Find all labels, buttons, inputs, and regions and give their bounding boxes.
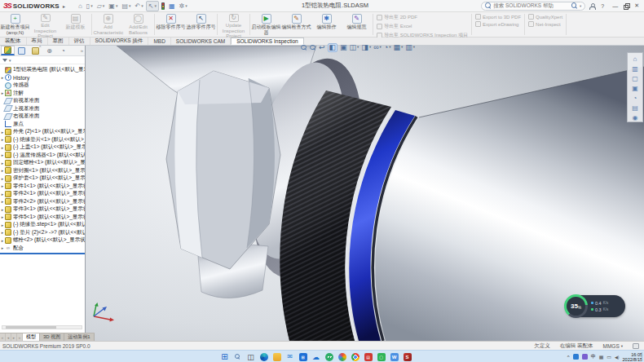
dropdown-icon[interactable]: ▾ xyxy=(389,46,390,50)
tree-item[interactable]: 上视基准面 xyxy=(0,105,85,113)
dropdown-icon[interactable]: ▾ xyxy=(401,46,403,50)
tree-item[interactable]: ▸History xyxy=(0,74,85,82)
restore-button[interactable] xyxy=(624,3,629,8)
tab-草图[interactable]: 草图 xyxy=(48,38,69,45)
edit-specifications-button[interactable]: ✎编辑规范 xyxy=(342,12,372,37)
search-taskbar-icon[interactable] xyxy=(233,352,242,361)
solidworks-forum-button[interactable]: ◉ xyxy=(629,113,641,121)
model-tab-3D 视图[interactable]: 3D 视图 xyxy=(40,333,64,341)
tree-item[interactable]: ▸螺栓<2> (默认<<默认>_显示状态 xyxy=(0,236,85,245)
onedrive-tray-icon[interactable] xyxy=(573,354,579,360)
tree-item[interactable]: ▸(-) 垫片 (2)<2> ->? (默认<<默认 xyxy=(0,229,85,237)
tab-scroll-icon-2[interactable]: ▸ xyxy=(11,333,17,341)
tab-scroll-icon-0[interactable]: « xyxy=(0,333,6,341)
dropdown-icon[interactable]: ▾ xyxy=(357,46,359,50)
dynamic-annotation-views-button[interactable]: ▣ xyxy=(340,44,347,51)
tree-item[interactable]: ▸外壳 (2)<1> (默认<<默认>_显示状 xyxy=(0,128,85,136)
scrollbar-thumb[interactable] xyxy=(6,326,56,329)
task-view-taskbar-icon[interactable]: ◫ xyxy=(246,352,255,361)
file-explorer-taskbar-icon[interactable] xyxy=(272,352,281,361)
mail-taskbar-icon[interactable]: ✉ xyxy=(285,352,294,361)
export-item[interactable]: Net-Inspect xyxy=(528,21,562,27)
rebuild-stoplight-icon[interactable] xyxy=(160,1,166,11)
tree-item[interactable]: ▸密封圈<1> (默认<<默认>_显示状 xyxy=(0,167,85,175)
tree-filter[interactable]: ▾ xyxy=(0,56,85,64)
graphics-viewport[interactable]: 35% 0.4K/s 0.3K/s xyxy=(86,46,644,341)
filter-dropdown-icon[interactable]: ▾ xyxy=(9,58,11,63)
edge-taskbar-icon[interactable] xyxy=(259,352,268,361)
chrome-taskbar-icon[interactable] xyxy=(351,352,359,361)
tag-icon[interactable] xyxy=(633,343,639,349)
appearances-scenes-button[interactable]: ◔ xyxy=(629,94,641,102)
tree-item[interactable]: 原点 xyxy=(0,121,85,129)
tree-item[interactable]: ▸A注解 xyxy=(0,90,85,98)
onedrive-taskbar-icon[interactable]: ☁ xyxy=(311,352,320,361)
tab-SOLIDWORKS Inspection[interactable]: SOLIDWORKS Inspection xyxy=(231,38,304,45)
save-icon[interactable]: ▣▾ xyxy=(107,1,119,11)
view-palette-button[interactable]: ▣ xyxy=(629,84,641,92)
launch-template-editor-button[interactable]: ▶启动模板编辑器 xyxy=(251,12,281,37)
tab-布局[interactable]: 布局 xyxy=(27,38,48,45)
model-tab-运动算例1[interactable]: 运动算例1 xyxy=(64,333,94,341)
open-document-icon[interactable]: ▱▾ xyxy=(95,1,107,11)
tree-item[interactable]: 1型铠装热电阻 (默认<默认_显示状态-1 xyxy=(0,66,85,74)
dropdown-icon[interactable]: ▾ xyxy=(413,46,415,50)
dropdown-icon[interactable]: ▾ xyxy=(369,46,371,50)
store-taskbar-icon[interactable]: ⊞ xyxy=(298,352,307,361)
wps-taskbar-icon[interactable]: W xyxy=(390,352,399,361)
solidworks-logo[interactable]: ЗS SOLIDWORKS ▸ xyxy=(0,2,68,10)
minimize-button[interactable]: — xyxy=(610,3,620,9)
tab-SOLIDWORKS CAM[interactable]: SOLIDWORKS CAM xyxy=(171,38,231,45)
tree-item[interactable]: ▸(-) 绝缘垫片<1> (默认<<默认>_显 xyxy=(0,136,85,144)
new-template-button[interactable]: ▤新建模板 xyxy=(60,12,90,37)
export-item[interactable]: Export to 3D PDF xyxy=(475,14,521,20)
tab-SOLIDWORKS 插件[interactable]: SOLIDWORKS 插件 xyxy=(90,38,149,45)
panel-tab-propertymanager[interactable] xyxy=(15,46,29,55)
new-document-icon[interactable]: ▯▾ xyxy=(85,1,95,11)
ime-indicator[interactable]: 中 xyxy=(591,353,596,360)
update-inspection-project-button[interactable]: ↻Update Inspection Project xyxy=(218,12,249,37)
tray-chevron-icon[interactable]: ^ xyxy=(567,355,570,360)
green-app-taskbar-icon[interactable]: ▢ xyxy=(377,352,386,361)
tree-item[interactable]: ▸(-) 温度传感器<1> (默认<<默认>_ xyxy=(0,152,85,160)
search-input[interactable]: 搜索 SOLIDWORKS 帮助 ▾ xyxy=(481,2,585,11)
tab-scroll-icon-3[interactable]: » xyxy=(17,333,23,341)
net-speed-widget[interactable]: 35% 0.4K/s 0.3K/s xyxy=(565,295,625,317)
tree-item[interactable]: ▸零件1<1> (默认<<默认>_显示状态 xyxy=(0,183,85,191)
tab-装配体[interactable]: 装配体 xyxy=(0,38,27,45)
edit-inspection-methods-button[interactable]: ✎编辑检查方式 xyxy=(281,12,311,37)
settings-icon[interactable]: ✲▾ xyxy=(178,1,189,11)
add-edit-balloons-button[interactable]: ◯Add/Edit Balloons xyxy=(123,12,153,37)
print-icon[interactable]: ▤▾ xyxy=(120,1,132,11)
new-inspection-project-button[interactable]: +新建检查项目 (amp;N) xyxy=(0,12,30,37)
export-item[interactable]: 导出至 2D PDF xyxy=(377,14,468,21)
display-style-button[interactable]: ◨▾ xyxy=(361,44,371,51)
panel-tab-featuremanager-tree[interactable] xyxy=(1,46,15,55)
previous-view-button[interactable]: ↩ xyxy=(319,44,325,51)
apply-scene-button[interactable]: ▦▾ xyxy=(394,44,404,51)
security-shield-icon[interactable] xyxy=(582,354,588,360)
tree-item[interactable]: 传感器 xyxy=(0,82,85,90)
view-orientation-button[interactable]: ◫▾ xyxy=(350,44,359,51)
zoom-to-fit-button[interactable] xyxy=(301,45,307,51)
model-canvas[interactable] xyxy=(86,46,644,341)
export-item[interactable]: 导出至 Excel xyxy=(377,23,468,30)
tab-MBD[interactable]: MBD xyxy=(148,38,170,45)
section-view-button[interactable]: ◧ xyxy=(328,43,338,52)
hide-show-items-button[interactable]: ∞▾ xyxy=(373,44,382,51)
edit-appearance-button[interactable]: ◔▾ xyxy=(384,44,391,51)
tab-评估[interactable]: 评估 xyxy=(69,38,90,45)
view-settings-button[interactable]: ▥▾ xyxy=(405,44,415,51)
reader-taskbar-icon[interactable]: ▤ xyxy=(364,352,373,361)
panel-split-handle[interactable] xyxy=(0,253,85,254)
solidworks-taskbar-icon[interactable]: S xyxy=(403,352,412,361)
wechat-taskbar-icon[interactable] xyxy=(324,352,333,361)
tree-item[interactable]: ▸(-) 上盖<1> (默认<<默认>_显示状 xyxy=(0,143,85,152)
network-icon[interactable]: ▭ xyxy=(607,354,611,360)
select-balloons-button[interactable]: ↖选择零件序号 xyxy=(186,12,216,37)
add-characteristic-button[interactable]: ⊕Add Characteristic xyxy=(93,12,123,37)
volume-icon[interactable]: ◀) xyxy=(615,355,620,360)
export-item[interactable]: QualityXpert xyxy=(528,14,562,20)
model-tab-模型[interactable]: 模型 xyxy=(23,333,40,341)
show-desktop-button[interactable] xyxy=(642,352,642,361)
